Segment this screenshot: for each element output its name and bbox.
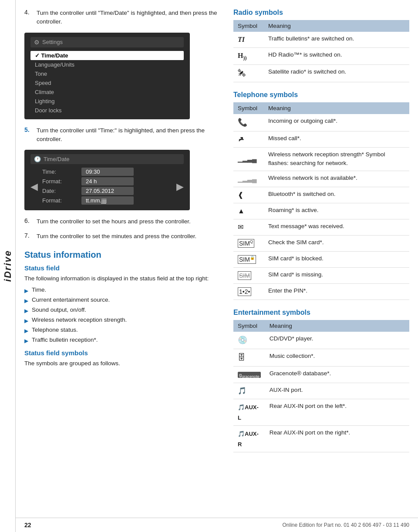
tel-sym-call: 📞 [233,114,264,131]
tel-sym-missed: ↗̶ [233,131,264,148]
format1-row: Format: 24 h [42,177,172,185]
radio-symbols-title: Radio symbols [233,9,409,17]
bullet-wireless-text: Wireless network reception strength. [32,316,127,324]
tel-sym-sim-block: SIM🔒 [233,251,264,267]
ent-meaning-music: Music collection*. [265,349,409,366]
tel-meaning-bt: Bluetooth* is switched on. [264,187,409,203]
table-row: ↗̶ Missed call*. [233,131,409,148]
sidebar-label: iDrive [2,250,13,282]
table-row: ▲ Roaming* is active. [233,203,409,219]
step-6-text: Turn the controller to set the hours and… [37,217,191,226]
ent-sym-music: 🗄 [233,349,265,366]
ent-meaning-aux-l: Rear AUX-IN port on the left*. [265,399,409,425]
table-row: 🗄 Music collection*. [233,349,409,366]
tel-sym-sms: ✉ [233,219,264,235]
radio-sym-hd: H)) [233,48,264,65]
status-field-body: The following information is displayed i… [24,274,220,283]
table-row: 🛰 Satellite radio* is switched on. [233,65,409,82]
bullet-arrow-1: ▶ [24,287,28,295]
bullet-arrow-3: ▶ [24,307,28,315]
radio-meaning-hd: HD Radio™* is switched on. [264,48,409,65]
table-row: SIM SIM card* is missing. [233,267,409,283]
tel-col-symbol: Symbol [233,102,264,114]
table-row: 1•2• Enter the PIN*. [233,283,409,300]
radio-sym-ti: TI [233,32,264,48]
ent-table-header: Symbol Meaning [233,320,409,332]
ent-sym-aux-r: 🎵AUX-R [233,425,265,452]
tel-col-meaning: Meaning [264,102,409,114]
bullet-time-text: Time. [32,286,46,294]
table-row: SIMQ Check the SIM card*. [233,235,409,251]
step-5: 5. Turn the controller until "Time:" is … [24,126,220,144]
radio-col-symbol: Symbol [233,20,264,32]
table-row: ✉ Text message* was received. [233,219,409,235]
table-row: SIM🔒 SIM card* is blocked. [233,251,409,267]
nav-left-btn: ◀ [30,181,38,192]
tel-meaning-missed: Missed call*. [264,131,409,148]
status-field-title: Status field [24,264,220,272]
main-content: 4. Turn the controller until "Time/Date"… [16,0,418,478]
step-4: 4. Turn the controller until "Time/Date"… [24,9,220,27]
tel-meaning-sim-check: Check the SIM card*. [264,235,409,251]
table-row: ▁▂▃▄ Wireless network reception strength… [233,148,409,171]
bullet-telephone: ▶ Telephone status. [24,326,220,335]
tel-sym-sim-miss: SIM [233,267,264,283]
menu-climate: Climate [30,88,184,97]
date-value: 27.05.2012 [81,187,134,195]
step-5-text: Turn the controller until "Time:" is hig… [37,126,220,144]
table-row: TI Traffic bulletins* are switched on. [233,32,409,48]
time-label: Time: [42,168,81,175]
step-4-text: Turn the controller until "Time/Date" is… [37,9,220,27]
tel-meaning-signal: Wireless network reception strength* Sym… [264,148,409,171]
menu-language: Language/Units [30,60,184,69]
radio-symbols-table: Symbol Meaning TI Traffic bulletins* are… [233,20,409,82]
ent-sym-cd: 💿 [233,332,265,349]
telephone-symbols-title: Telephone symbols [233,91,409,99]
tel-table-header: Symbol Meaning [233,102,409,114]
tel-meaning-sim-block: SIM card* is blocked. [264,251,409,267]
step-6-num: 6. [24,217,33,226]
bullet-arrow-5: ▶ [24,327,28,335]
tel-meaning-sim-miss: SIM card* is missing. [264,267,409,283]
tel-sym-sim-check: SIMQ [233,235,264,251]
tel-meaning-roam: Roaming* is active. [264,203,409,219]
nav-right-btn: ▶ [176,181,184,192]
format2-value: tt.mm.jjjj [81,196,134,205]
status-field-symbols-body: The symbols are grouped as follows. [24,359,220,368]
menu-door-locks: Door locks [30,106,184,115]
bullet-telephone-text: Telephone status. [32,326,78,334]
step-7: 7. Turn the controller to set the minute… [24,232,220,241]
menu-tone: Tone [30,69,184,78]
format1-value: 24 h [81,177,134,185]
radio-meaning-ti: Traffic bulletins* are switched on. [264,32,409,48]
telephone-symbols-table: Symbol Meaning 📞 Incoming or outgoing ca… [233,102,409,300]
bullet-traffic: ▶ Traffic bulletin reception*. [24,336,220,345]
radio-table-header: Symbol Meaning [233,20,409,32]
radio-sym-sat: 🛰 [233,65,264,82]
step-7-num: 7. [24,232,33,241]
screenshot-settings: ⚙ Settings ✓ Time/Date Language/Units To… [24,33,190,119]
entertainment-symbols-title: Entertainment symbols [233,309,409,317]
bullet-sound: ▶ Sound output, on/off. [24,306,220,315]
ent-sym-gracenote: ggracenote [233,366,265,383]
left-column: 4. Turn the controller until "Time/Date"… [24,9,220,461]
table-row: ggracenote Gracenote® database*. [233,366,409,383]
status-field-symbols-title: Status field symbols [24,349,220,357]
table-row: ❰ Bluetooth* is switched on. [233,187,409,203]
time-value: 09:30 [81,168,134,176]
table-row: ▁▂▃▄ Wireless network is not available*. [233,171,409,187]
menu-speed: Speed [30,78,184,88]
tel-sym-roam: ▲ [233,203,264,219]
status-field-bullets: ▶ Time. ▶ Current entertainment source. … [24,286,220,345]
bullet-entertainment-text: Current entertainment source. [32,296,110,304]
step-6: 6. Turn the controller to set the hours … [24,217,220,226]
tel-sym-signal: ▁▂▃▄ [233,148,264,171]
bullet-time: ▶ Time. [24,286,220,295]
tel-meaning-pin: Enter the PIN*. [264,283,409,300]
page-number: 22 [24,522,31,529]
ent-col-meaning: Meaning [265,320,409,332]
table-row: 📞 Incoming or outgoing call*. [233,114,409,131]
tel-meaning-sms: Text message* was received. [264,219,409,235]
status-info-title: Status information [24,250,220,260]
date-row: Date: 27.05.2012 [42,187,172,195]
